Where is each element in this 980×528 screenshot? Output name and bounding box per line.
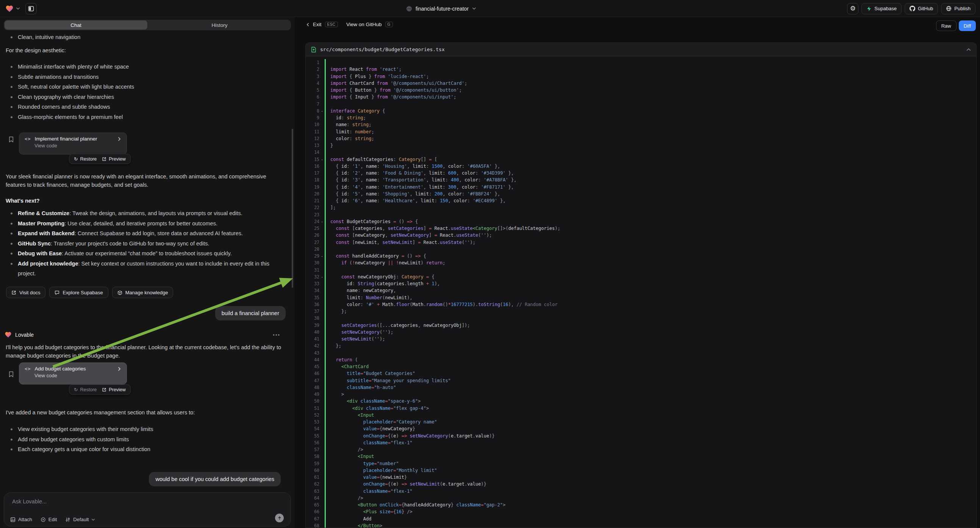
- message-menu-button[interactable]: •••: [273, 332, 280, 338]
- bookmark-icon[interactable]: [8, 371, 14, 378]
- mode-select[interactable]: Default: [65, 517, 95, 522]
- target-icon: [41, 517, 46, 522]
- whats-next-list: Refine & Customize: Tweak the design, an…: [6, 208, 278, 279]
- code-line: 59 type="number": [306, 460, 976, 467]
- fold-chevron-icon[interactable]: ⌄: [319, 108, 325, 115]
- lovable-logo-icon[interactable]: [5, 5, 14, 13]
- fold-spacer: [319, 170, 325, 177]
- publish-button[interactable]: Publish: [941, 3, 975, 14]
- line-number: 47: [306, 377, 319, 384]
- fold-spacer: [319, 433, 325, 439]
- chat-tabbar: Chat History: [4, 20, 291, 30]
- line-number: 19: [306, 184, 319, 191]
- file-header[interactable]: src/components/budget/BudgetCategories.t…: [306, 43, 976, 56]
- line-number: 68: [306, 522, 319, 528]
- logo-chevron-down-icon[interactable]: [16, 6, 20, 11]
- line-number: 27: [306, 239, 319, 246]
- code-line: 23: [306, 212, 976, 218]
- preview-button[interactable]: Preview: [102, 387, 126, 393]
- code-line: 39 setCategories([...categories, newCate…: [306, 322, 976, 329]
- fold-spacer: [319, 204, 325, 211]
- external-link-icon: [11, 290, 16, 295]
- line-number: 4: [306, 80, 319, 87]
- arrow-up-icon: [277, 516, 282, 520]
- version-card-implement-financial-planner[interactable]: <> Implement financial planner View code: [19, 132, 127, 154]
- external-link-icon: [102, 157, 107, 161]
- line-number: 38: [306, 315, 319, 321]
- visit-docs-button[interactable]: Visit docs: [6, 287, 45, 298]
- list-item: Expand with Backend: Connect Supabase to…: [6, 228, 278, 239]
- code-line: 42 };: [306, 342, 976, 349]
- diff-toggle-button[interactable]: Diff: [959, 21, 976, 31]
- attach-button[interactable]: Attach: [10, 517, 32, 522]
- fold-chevron-icon[interactable]: ⌄: [319, 218, 325, 225]
- line-number: 25: [306, 225, 319, 232]
- fold-spacer: [319, 384, 325, 391]
- supabase-button[interactable]: Supabase: [861, 3, 902, 14]
- code-line: 36 color: '#' + Math.floor(Math.random()…: [306, 301, 976, 308]
- edit-button[interactable]: Edit: [41, 517, 57, 522]
- send-button[interactable]: [275, 514, 284, 522]
- list-item: Add new budget categories with custom li…: [6, 434, 271, 445]
- code-line: 26 const [newCategory, setNewCategory] =…: [306, 232, 976, 239]
- sliders-icon: [65, 517, 70, 522]
- design-bullet-list: Minimalist interface with plenty of whit…: [6, 62, 271, 122]
- code-line: 29⌄ const handleAddCategory = () => {: [306, 253, 976, 259]
- line-number: 32: [306, 274, 319, 280]
- line-number: 21: [306, 197, 319, 204]
- line-number: 35: [306, 294, 319, 301]
- line-number: 22: [306, 204, 319, 211]
- chat-scrollbar[interactable]: [292, 129, 293, 288]
- line-number: 59: [306, 460, 319, 467]
- sidebar-toggle-button[interactable]: [25, 3, 37, 14]
- fold-chevron-icon[interactable]: ⌄: [319, 274, 325, 280]
- view-code-link[interactable]: View code: [35, 143, 121, 148]
- code-line: 31: [306, 267, 976, 274]
- view-code-link[interactable]: View code: [35, 373, 121, 379]
- raw-toggle-button[interactable]: Raw: [936, 21, 956, 31]
- line-number: 39: [306, 322, 319, 329]
- code-line: 44 return (: [306, 356, 976, 363]
- code-line: 48 className="h-auto": [306, 384, 976, 391]
- line-number: 45: [306, 363, 319, 370]
- explore-supabase-button[interactable]: Explore Supabase: [49, 287, 108, 298]
- bookmark-icon[interactable]: [8, 136, 14, 143]
- restore-button[interactable]: ↻ Restore: [74, 387, 97, 393]
- fold-spacer: [319, 184, 325, 191]
- list-item: Refine & Customize: Tweak the design, an…: [6, 208, 278, 219]
- code-line: 15⌄const defaultCategories: Category[] =…: [306, 156, 976, 163]
- view-on-github-button[interactable]: View on GitHub G: [346, 22, 393, 27]
- settings-button[interactable]: ⚙: [847, 3, 858, 14]
- line-number: 11: [306, 129, 319, 135]
- chevron-right-icon: [118, 137, 121, 141]
- chat-input[interactable]: Ask Lovable...: [12, 498, 46, 504]
- code-line: 65 <Button onClick={handleAddCategory} c…: [306, 501, 976, 508]
- github-button[interactable]: GitHub: [905, 3, 938, 14]
- preview-button[interactable]: Preview: [102, 156, 126, 162]
- chat-composer[interactable]: Ask Lovable... Attach Edit: [4, 492, 291, 526]
- fold-spacer: [319, 336, 325, 342]
- fold-spacer: [319, 474, 325, 481]
- list-item: Soft, neutral color palette with light b…: [6, 82, 271, 92]
- line-number: 48: [306, 384, 319, 391]
- tab-history[interactable]: History: [148, 20, 291, 30]
- line-number: 1: [306, 59, 319, 66]
- fold-chevron-icon[interactable]: ⌄: [319, 156, 325, 163]
- code-line: 4import ChartCard from '@/components/ui/…: [306, 80, 976, 87]
- fold-spacer: [319, 418, 325, 425]
- code-line: 24⌄const BudgetCategories = () => {: [306, 218, 976, 225]
- restore-button[interactable]: ↻ Restore: [74, 156, 97, 162]
- fold-spacer: [319, 94, 325, 100]
- fold-chevron-icon[interactable]: ⌄: [319, 253, 325, 259]
- fold-spacer: [319, 425, 325, 432]
- code-line: 34 name: newCategory,: [306, 287, 976, 294]
- code-line: 63 className="flex-1": [306, 488, 976, 495]
- project-switcher[interactable]: financial-future-creator: [406, 0, 476, 17]
- collapse-section-icon[interactable]: [966, 48, 971, 51]
- version-card-add-budget-categories[interactable]: <> Add budget categories View code: [19, 363, 127, 385]
- exit-button[interactable]: Exit ESC: [306, 22, 338, 27]
- line-number: 66: [306, 508, 319, 515]
- manage-knowledge-button[interactable]: Manage knowledge: [112, 287, 173, 298]
- external-link-icon: [102, 388, 107, 392]
- tab-chat[interactable]: Chat: [5, 21, 147, 30]
